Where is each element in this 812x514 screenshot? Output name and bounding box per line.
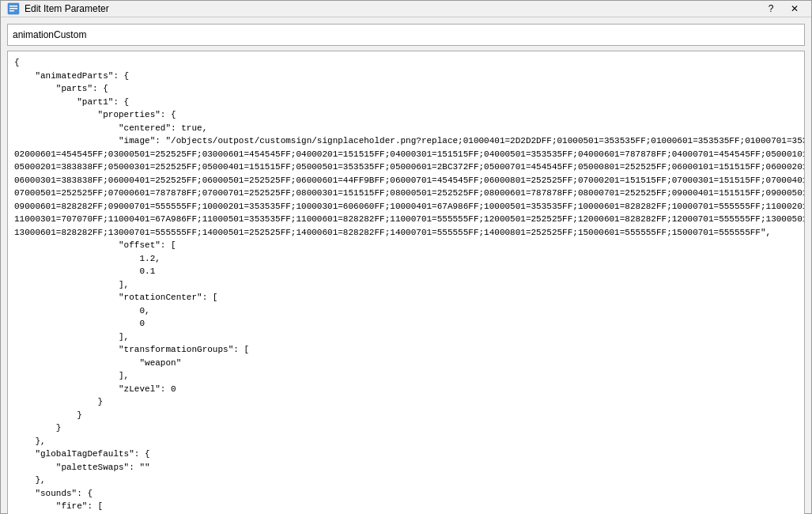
json-editor[interactable]: { "animatedParts": { "parts": { "part1":…: [7, 51, 805, 514]
help-button[interactable]: ?: [761, 1, 781, 17]
svg-rect-1: [9, 6, 17, 7]
svg-rect-3: [9, 10, 14, 12]
close-button[interactable]: ✕: [784, 1, 805, 17]
window-title: Edit Item Parameter: [25, 3, 761, 14]
window-icon: [7, 2, 20, 15]
parameter-name-input[interactable]: [7, 24, 805, 46]
edit-item-parameter-window: Edit Item Parameter ? ✕ { "animatedParts…: [0, 0, 812, 514]
title-bar: Edit Item Parameter ? ✕: [1, 1, 811, 17]
main-content: { "animatedParts": { "parts": { "part1":…: [1, 17, 811, 514]
svg-rect-2: [9, 8, 17, 9]
title-bar-controls: ? ✕: [761, 1, 805, 17]
